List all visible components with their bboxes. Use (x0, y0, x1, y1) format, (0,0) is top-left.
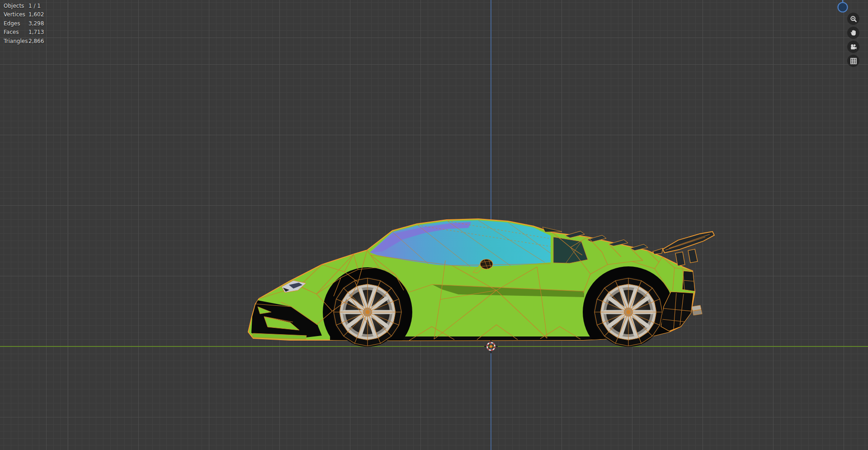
front-wheel (333, 277, 402, 347)
viewport-controls (847, 13, 859, 67)
rear-wheel (594, 277, 663, 347)
axis-ball-icon[interactable] (838, 3, 848, 12)
hand-icon (850, 29, 857, 36)
stat-label: Vertices (4, 11, 28, 20)
exhaust-tips (692, 305, 702, 315)
stat-label: Faces (4, 29, 28, 38)
grid-icon (850, 57, 857, 65)
stat-value: 3,298 (28, 20, 44, 29)
stat-value: 2,866 (28, 38, 44, 47)
stat-faces: Faces 1,713 (4, 29, 44, 38)
3d-cursor (484, 340, 498, 353)
object-origin-dot (490, 345, 492, 348)
stat-label: Objects (4, 3, 28, 11)
stat-value: 1,602 (28, 11, 44, 20)
zoom-button[interactable] (847, 13, 859, 25)
viewport-canvas[interactable] (0, 0, 868, 450)
stat-value: 1 / 1 (28, 3, 44, 11)
pan-button[interactable] (847, 27, 859, 39)
stat-label: Triangles (4, 38, 28, 47)
car-model[interactable] (248, 219, 714, 358)
grid-toggle-button[interactable] (847, 55, 859, 67)
stat-value: 1,713 (28, 29, 44, 38)
camera-view-button[interactable] (847, 41, 859, 53)
navigation-gizmo[interactable] (835, 0, 850, 14)
blender-3d-viewport[interactable]: Objects 1 / 1 Vertices 1,602 Edges 3,298… (0, 0, 868, 450)
stat-vertices: Vertices 1,602 (4, 11, 44, 20)
statistics-overlay: Objects 1 / 1 Vertices 1,602 Edges 3,298… (4, 3, 44, 47)
roof-scoop (542, 227, 562, 232)
stat-triangles: Triangles 2,866 (4, 38, 44, 47)
stat-label: Edges (4, 20, 28, 29)
camera-icon (850, 43, 857, 51)
stat-objects: Objects 1 / 1 (4, 3, 44, 11)
magnifier-plus-icon (850, 15, 857, 23)
stat-edges: Edges 3,298 (4, 20, 44, 29)
